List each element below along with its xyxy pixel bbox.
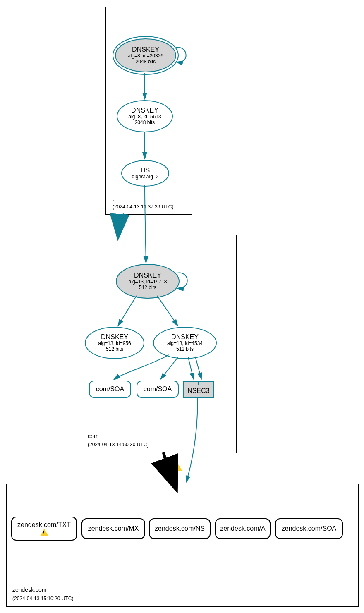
zone-zendesk-label: zendesk.com xyxy=(12,587,46,593)
dnskey-20326-sub1: alg=8, id=20326 xyxy=(128,53,163,59)
zone-zendesk xyxy=(6,484,359,607)
dnskey-5613-sub2: 2048 bits xyxy=(135,120,155,126)
ds-root-title: DS xyxy=(141,167,150,174)
ds-root-sub1: digest alg=2 xyxy=(132,174,158,180)
dnskey-5613-title: DNSKEY xyxy=(131,107,158,114)
zone-zendesk-timestamp: (2024-04-13 15:10:20 UTC) xyxy=(12,596,73,601)
zone-root-timestamp: (2024-04-13 11:37:39 UTC) xyxy=(113,204,173,210)
ds-root: DS digest alg=2 xyxy=(121,160,169,187)
com-nsec3: NSEC3 xyxy=(183,384,214,398)
zone-com-timestamp: (2024-04-13 14:50:30 UTC) xyxy=(88,442,148,448)
dnskey-956-sub2: 512 bits xyxy=(106,347,123,352)
dnskey-19718-sub2: 512 bits xyxy=(139,285,156,291)
zendesk-a: zendesk.com/A xyxy=(215,518,271,539)
dnskey-20326-sub2: 2048 bits xyxy=(136,59,156,65)
zendesk-txt-label: zendesk.com/TXT xyxy=(17,521,71,529)
dnskey-956: DNSKEY alg=13, id=956 512 bits xyxy=(85,327,144,359)
dnskey-5613-sub1: alg=8, id=5613 xyxy=(128,114,161,120)
dnskey-956-title: DNSKEY xyxy=(101,333,128,341)
zendesk-txt: zendesk.com/TXT xyxy=(11,517,77,541)
zone-com-label: com xyxy=(88,433,98,439)
dnskey-956-sub1: alg=13, id=956 xyxy=(98,341,131,347)
zone-root-label: . xyxy=(113,196,114,202)
dnskey-19718-title: DNSKEY xyxy=(134,272,161,279)
dnskey-4534-sub1: alg=13, id=4534 xyxy=(167,341,203,347)
warning-icon xyxy=(174,463,182,471)
warning-icon xyxy=(40,529,48,536)
dnskey-4534: DNSKEY alg=13, id=4534 512 bits xyxy=(153,327,217,359)
com-soa-1: com/SOA xyxy=(89,381,131,398)
dnskey-5613: DNSKEY alg=8, id=5613 2048 bits xyxy=(117,100,173,132)
dnskey-20326: DNSKEY alg=8, id=20326 2048 bits xyxy=(115,38,176,72)
com-soa-2: com/SOA xyxy=(136,381,179,398)
dnskey-19718-sub1: alg=13, id=19718 xyxy=(129,279,167,285)
zendesk-mx: zendesk.com/MX xyxy=(81,518,145,539)
dnskey-19718: DNSKEY alg=13, id=19718 512 bits xyxy=(116,264,180,299)
dnskey-4534-sub2: 512 bits xyxy=(176,347,194,352)
dnskey-4534-title: DNSKEY xyxy=(171,333,199,341)
dnskey-20326-title: DNSKEY xyxy=(132,46,159,53)
zendesk-soa: zendesk.com/SOA xyxy=(275,518,343,539)
zendesk-ns: zendesk.com/NS xyxy=(149,518,211,539)
